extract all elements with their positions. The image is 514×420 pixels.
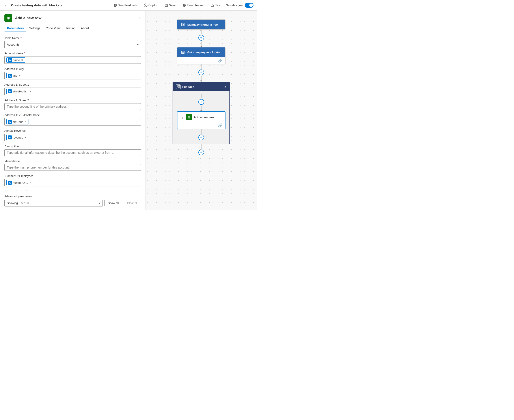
get-company-link-icon: 🔗 xyxy=(218,59,223,63)
advanced-params-section: Advanced parameters Showing 0 of 106 ▾ S… xyxy=(0,191,145,210)
advanced-params-row: Showing 0 of 106 ▾ Show all Clear all xyxy=(4,200,141,206)
test-button[interactable]: Test xyxy=(209,3,222,8)
address-street2-group: Address 1: Street 2 xyxy=(4,99,141,110)
address-street2-label: Address 1: Street 2 xyxy=(4,99,141,102)
account-name-tag: A name × xyxy=(6,57,25,63)
num-employees-tag: A numberOf... × xyxy=(6,180,33,185)
flow-checker-button[interactable]: Flow checker xyxy=(181,3,206,8)
svg-rect-8 xyxy=(178,87,180,88)
address-zip-group: Address 1: ZIP/Postal Code A zipCode × xyxy=(4,113,141,126)
main-phone-input[interactable] xyxy=(4,164,141,171)
annual-revenue-tag: A revenue × xyxy=(6,135,28,140)
num-employees-label: Number Of Employees xyxy=(4,174,141,178)
address-street1-group: Address 1: Street 1 A streetAddr... × xyxy=(4,83,141,95)
trigger-node-header: Manually trigger a flow xyxy=(177,20,225,29)
account-name-tag-input[interactable]: A name × xyxy=(4,56,141,64)
annual-revenue-tag-close[interactable]: × xyxy=(24,136,27,139)
tab-testing[interactable]: Testing xyxy=(63,25,78,32)
num-employees-tag-input[interactable]: A numberOf... × xyxy=(4,179,141,186)
address-city-tag-input[interactable]: A city × xyxy=(4,72,141,79)
save-icon xyxy=(164,4,168,7)
add-row-footer: 🔗 xyxy=(177,122,225,129)
add-row-more-icon[interactable]: ⋮ xyxy=(181,115,184,119)
add-row-title: Add a new row xyxy=(194,116,222,119)
connector-3: + xyxy=(198,144,204,156)
for-each-icon xyxy=(176,84,181,89)
connector-1: + xyxy=(198,30,204,47)
description-input[interactable] xyxy=(4,149,141,156)
connector-inner-1: + xyxy=(198,94,204,111)
account-name-group: Account Name A name × xyxy=(4,52,141,64)
panel-title: Add a new row xyxy=(15,16,128,20)
address-zip-tag-input[interactable]: A zipCode × xyxy=(4,118,141,126)
connector-inner-line-1 xyxy=(201,94,201,98)
address-street1-tag-input[interactable]: A streetAddr... × xyxy=(4,88,141,95)
add-step-3-button[interactable]: + xyxy=(198,150,204,155)
advanced-params-label: Advanced parameters xyxy=(4,195,141,198)
get-company-header: Get company mockdata xyxy=(177,47,225,57)
main-phone-label: Main Phone xyxy=(4,159,141,163)
address-city-group: Address 1: City A city × xyxy=(4,67,141,79)
address-zip-tag: A zipCode × xyxy=(6,119,29,124)
annual-revenue-tag-icon: A xyxy=(8,135,12,139)
address-street2-input[interactable] xyxy=(4,103,141,110)
connector-line-2 xyxy=(201,64,201,69)
connector-line-1 xyxy=(201,30,201,34)
save-button[interactable]: Save xyxy=(163,3,177,8)
copilot-button[interactable]: Copilot xyxy=(142,3,159,8)
connector-line-2b xyxy=(201,76,201,81)
account-name-label: Account Name xyxy=(4,52,141,55)
account-name-tag-close[interactable]: × xyxy=(21,59,24,61)
back-button[interactable]: ← xyxy=(4,2,9,8)
num-employees-tag-close[interactable]: × xyxy=(29,181,31,184)
address-city-label: Address 1: City xyxy=(4,67,141,71)
topbar-right: Send feedback Copilot Save Flow checker … xyxy=(112,3,254,8)
add-step-inner-2-button[interactable]: + xyxy=(198,135,204,140)
connector-line-3 xyxy=(201,144,201,149)
annual-revenue-tag-input[interactable]: A revenue × xyxy=(4,134,141,141)
table-name-select[interactable]: Accounts xyxy=(4,41,141,48)
svg-rect-7 xyxy=(177,87,178,88)
address-street1-tag-close[interactable]: × xyxy=(29,90,32,93)
table-name-group: Table Name Accounts ▾ xyxy=(4,36,141,48)
tab-settings[interactable]: Settings xyxy=(26,25,43,32)
collapse-button[interactable]: ‹ xyxy=(138,15,141,21)
tab-parameters[interactable]: Parameters xyxy=(4,25,26,32)
address-zip-tag-close[interactable]: × xyxy=(24,120,27,123)
trigger-icon xyxy=(180,22,186,27)
get-company-node-title: Get company mockdata xyxy=(187,51,222,54)
clear-all-button[interactable]: Clear all xyxy=(124,200,141,206)
flow-checker-icon xyxy=(183,4,186,7)
add-step-1-button[interactable]: + xyxy=(198,35,204,41)
add-row-node[interactable]: ⋮ ⊕ Add a new row 🔗 xyxy=(177,111,226,129)
svg-rect-6 xyxy=(178,85,180,86)
connector-inner-2: + xyxy=(198,129,204,141)
get-company-footer: 🔗 xyxy=(177,57,225,64)
show-all-button[interactable]: Show all xyxy=(104,200,122,206)
connector-inner-line-1b xyxy=(201,106,201,110)
test-icon xyxy=(211,4,214,7)
for-each-node-title: For each xyxy=(182,85,222,89)
address-zip-tag-icon: A xyxy=(8,120,12,124)
main-phone-group: Main Phone xyxy=(4,159,141,171)
send-feedback-button[interactable]: Send feedback xyxy=(112,3,139,8)
trigger-node-title: Manually trigger a flow xyxy=(187,23,222,26)
topbar-left: ← Create testing data with Mockster xyxy=(4,2,110,8)
for-each-chevron-icon[interactable]: ∧ xyxy=(224,85,226,89)
more-options-button[interactable]: ⋮ xyxy=(130,15,136,21)
connector-2: + xyxy=(198,64,204,82)
description-group: Description xyxy=(4,145,141,156)
address-street1-tag-icon: A xyxy=(8,89,12,93)
add-row-header: ⋮ ⊕ Add a new row xyxy=(177,112,225,122)
annual-revenue-group: Annual Revenue A revenue × xyxy=(4,129,141,141)
tab-code-view[interactable]: Code View xyxy=(43,25,63,32)
address-city-tag-close[interactable]: × xyxy=(18,74,21,77)
showing-select[interactable]: Showing 0 of 106 xyxy=(4,200,103,206)
get-company-node[interactable]: Get company mockdata 🔗 xyxy=(177,47,226,64)
add-step-inner-button[interactable]: + xyxy=(198,99,204,105)
new-designer-toggle-switch[interactable] xyxy=(245,3,253,8)
trigger-node[interactable]: Manually trigger a flow xyxy=(177,19,226,30)
tab-about[interactable]: About xyxy=(78,25,92,32)
for-each-node[interactable]: For each ∧ + ⋮ ⊕ xyxy=(173,82,230,144)
add-step-2-button[interactable]: + xyxy=(198,69,204,75)
